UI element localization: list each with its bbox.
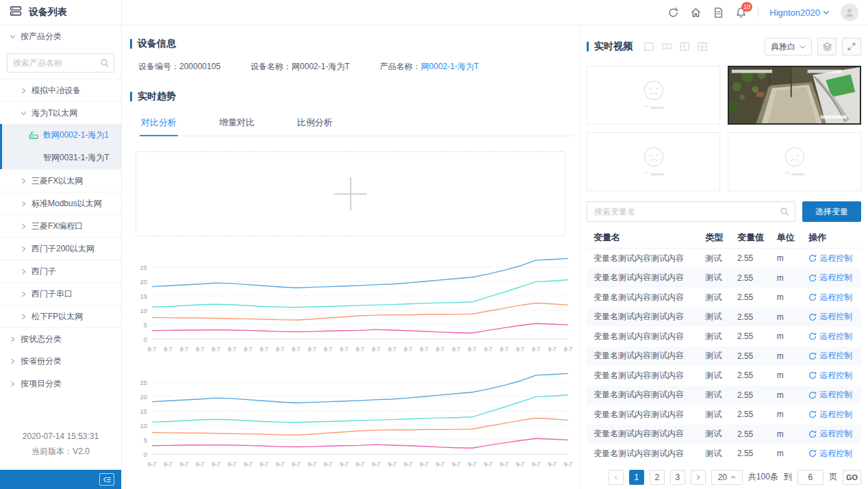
sidebar-item[interactable]: 按省份分类 (0, 350, 121, 373)
sidebar-item[interactable]: 标准Modbus以太网 (0, 192, 121, 214)
layout-four-icon[interactable] (697, 41, 708, 52)
topbar: 10 Hignton2020 (122, 0, 868, 25)
layers-button[interactable] (817, 38, 837, 55)
layout-two-icon[interactable] (661, 41, 672, 52)
search-icon (780, 207, 789, 219)
go-button[interactable]: GO (843, 470, 861, 485)
svg-text:9-7: 9-7 (308, 461, 317, 468)
sidebar-item[interactable]: 海为T以太网 (0, 101, 121, 124)
svg-text:9-7: 9-7 (292, 346, 301, 353)
remote-control-link[interactable]: 远程控制 (808, 350, 860, 362)
column-header: 类型 (705, 231, 737, 244)
svg-text:9-7: 9-7 (532, 346, 541, 353)
tab-active[interactable]: 对比分析 (140, 112, 178, 136)
line-chart-svg: 05101520259-79-79-79-79-79-79-79-79-79-7… (131, 247, 575, 357)
remote-control-link[interactable]: 远程控制 (808, 331, 860, 342)
cell-unit: m (777, 292, 809, 302)
next-page-button[interactable] (691, 470, 706, 485)
user-menu[interactable]: Hignton2020 (769, 8, 830, 18)
jump-page-input[interactable] (797, 470, 824, 485)
chevron-right-icon (21, 291, 27, 297)
variable-search-input[interactable] (587, 201, 795, 222)
home-icon[interactable] (690, 7, 702, 18)
device-info-field: 设备名称：网0002-1-海为T (251, 61, 350, 73)
page-button-3[interactable]: 3 (670, 470, 685, 485)
layout-three-icon[interactable] (679, 41, 690, 52)
svg-text:9-7: 9-7 (324, 346, 333, 353)
tab-item[interactable]: 增量对比 (218, 112, 256, 136)
svg-text:9-7: 9-7 (164, 461, 173, 468)
no-video-placeholder-icon (623, 144, 685, 179)
sidebar-item-label: 三菱FX以太网 (31, 175, 83, 187)
sidebar-item[interactable]: 三菱FX编程口 (0, 214, 121, 237)
sidebar-item[interactable]: 按状态分类 (0, 327, 121, 350)
page-button-2[interactable]: 2 (650, 470, 665, 485)
add-chart-placeholder[interactable] (136, 151, 565, 236)
svg-text:9-7: 9-7 (372, 461, 381, 468)
document-icon[interactable] (713, 7, 724, 18)
sidebar-item-label: 三菱FX编程口 (31, 221, 83, 232)
remote-control-link[interactable]: 远程控制 (808, 292, 860, 303)
cell-value: 2.55 (737, 390, 777, 400)
sidebar-item[interactable]: 松下FP以太网 (0, 305, 121, 327)
theme-select[interactable]: 典雅白 (765, 38, 812, 55)
device-info-field: 产品名称：网0002-1-海为T (380, 61, 479, 73)
sidebar-item[interactable]: 智网0031-1-海为T (0, 147, 121, 169)
chevron-down-icon (21, 110, 27, 116)
sidebar-item[interactable]: 西门子串口 (0, 282, 121, 305)
svg-text:9-7: 9-7 (404, 461, 413, 468)
camera-feed-image (729, 67, 860, 123)
sidebar-item[interactable]: 西门子200以太网 (0, 237, 121, 260)
video-header: 实时视频 典雅白 (587, 38, 861, 55)
sidebar-item[interactable]: 西门子 (0, 260, 121, 282)
variable-search-row: 选择变量 (587, 201, 861, 222)
layout-single-icon[interactable] (643, 41, 654, 52)
fullscreen-button[interactable] (842, 38, 861, 55)
sidebar-item[interactable]: 数网0002-1-海为1 (0, 124, 121, 147)
select-variable-button[interactable]: 选择变量 (802, 201, 861, 222)
field-value[interactable]: 网0002-1-海为T (421, 62, 479, 71)
cell-unit: m (777, 253, 809, 263)
cell-type: 测试 (705, 428, 737, 440)
remote-control-link[interactable]: 远程控制 (808, 428, 860, 440)
video-grid (587, 66, 861, 191)
no-video-placeholder-icon (764, 144, 826, 179)
sidebar-item[interactable]: 三菱FX以太网 (0, 169, 121, 192)
remote-control-link[interactable]: 远程控制 (808, 253, 860, 264)
remote-control-link[interactable]: 远程控制 (808, 389, 860, 401)
table-row: 变量名测试内容测试内容测试2.55m远程控制 (587, 425, 861, 444)
remote-control-link[interactable]: 远程控制 (808, 272, 860, 284)
video-cell-empty[interactable] (587, 132, 720, 191)
notification-bell-icon[interactable]: 10 (735, 7, 747, 18)
refresh-icon[interactable] (667, 7, 679, 18)
remote-control-link[interactable]: 远程控制 (808, 448, 860, 460)
svg-text:9-7: 9-7 (324, 461, 333, 468)
prev-page-button[interactable] (609, 470, 624, 485)
page-size-select[interactable]: 20 (711, 470, 743, 485)
chevron-right-icon (21, 201, 27, 207)
remote-control-link[interactable]: 远程控制 (808, 370, 860, 381)
video-cell-empty[interactable] (728, 132, 861, 191)
cell-value: 2.55 (737, 371, 777, 380)
product-search-input[interactable] (7, 53, 114, 73)
remote-control-link[interactable]: 远程控制 (808, 409, 860, 421)
avatar[interactable] (841, 3, 858, 21)
collapse-sidebar-button[interactable] (99, 473, 114, 486)
trend-chart-1: 05101520259-79-79-79-79-79-79-79-79-79-7… (131, 247, 575, 357)
remote-control-icon (808, 274, 817, 282)
jump-prefix-label: 到 (784, 471, 792, 483)
sidebar-item[interactable]: 模拟中冶设备 (0, 79, 121, 101)
sidebar-item[interactable]: 按产品分类 (0, 25, 121, 48)
svg-text:9-7: 9-7 (260, 461, 269, 468)
tab-item[interactable]: 比例分析 (296, 112, 334, 136)
page-button-1[interactable]: 1 (629, 470, 644, 485)
video-cell-empty[interactable] (587, 66, 720, 125)
remote-control-link[interactable]: 远程控制 (808, 311, 860, 323)
sidebar-item[interactable]: 按项目分类 (0, 373, 121, 395)
sidebar-info: 2020-07-14 15:53:31 当前版本：V2.0 (0, 429, 121, 459)
cell-unit: m (777, 312, 809, 322)
svg-text:9-7: 9-7 (148, 461, 157, 468)
cell-type: 测试 (705, 253, 737, 264)
video-cell-live[interactable] (728, 66, 861, 125)
cell-variable-name: 变量名测试内容测试内容 (593, 409, 705, 421)
